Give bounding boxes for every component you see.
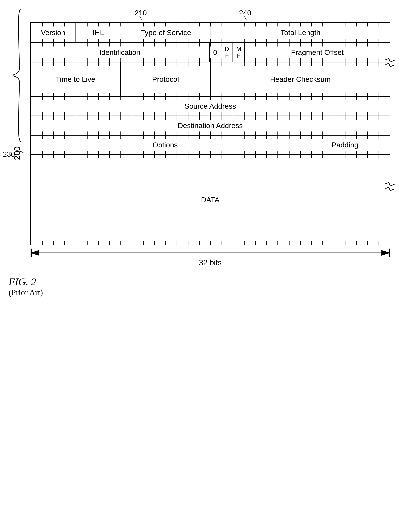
- top-refnums: 210 ⁄ 240 ⁄: [30, 9, 390, 21]
- field-ttl: Time to Live: [31, 62, 120, 96]
- field-source-address: Source Address: [31, 97, 390, 116]
- curly-brace-icon: [9, 9, 26, 142]
- field-ihl: IHL: [75, 23, 121, 42]
- width-label-row: 32 bits: [30, 258, 390, 267]
- field-tos: Type of Service: [121, 23, 211, 42]
- field-fragment-offset: Fragment Offset: [244, 43, 390, 62]
- field-checksum: Header Checksum: [210, 62, 390, 96]
- row-2: Time to Live Protocol Header Checksum: [31, 62, 390, 96]
- brace-column: 200: [9, 9, 26, 160]
- double-arrow-icon: [30, 247, 390, 258]
- ref-210: 210 ⁄: [135, 9, 147, 20]
- field-flag-mf: M F: [232, 43, 244, 62]
- row-1: Identification 0 D F M F Fragment Offset: [31, 42, 390, 62]
- row-4: Destination Address: [31, 116, 390, 135]
- ref-230: 230 ⁀: [3, 149, 23, 159]
- row-3: Source Address 220 ⁄: [31, 96, 390, 116]
- ip-header-table: Version IHL Type of Service Total Length…: [30, 22, 390, 245]
- field-identification: Identification: [31, 43, 209, 62]
- field-total-length: Total Length: [211, 23, 390, 42]
- ref-240: 240 ⁄: [239, 9, 251, 20]
- field-flag-0: 0: [209, 43, 221, 62]
- field-destination-address: Destination Address: [31, 116, 390, 135]
- figure-subtitle: (Prior Art): [9, 288, 390, 297]
- field-flag-df: D F: [221, 43, 232, 62]
- field-padding: Padding: [300, 136, 390, 154]
- width-indicator: [30, 247, 390, 258]
- row-6: DATA: [31, 154, 390, 245]
- field-data: DATA: [31, 155, 390, 245]
- figure-number: FIG. 2: [9, 276, 390, 288]
- diagram: 210 ⁄ 240 ⁄ Version IHL Type of Service …: [30, 9, 390, 267]
- width-label: 32 bits: [199, 258, 222, 267]
- field-version: Version: [31, 23, 75, 42]
- field-options: Options: [31, 136, 300, 154]
- field-protocol: Protocol: [120, 62, 210, 96]
- row-0: Version IHL Type of Service Total Length: [31, 23, 390, 42]
- row-5: Options Padding 230 ⁀: [31, 135, 390, 154]
